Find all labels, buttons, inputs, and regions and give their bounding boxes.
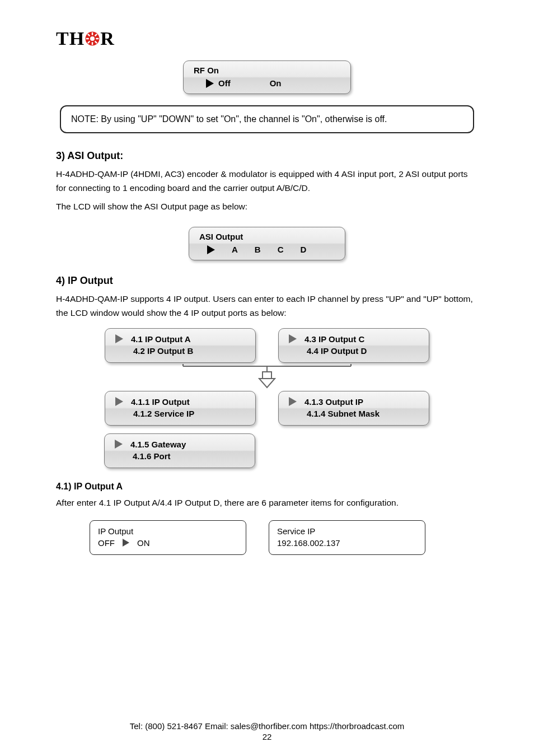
menu-item-4-1: 4.1 IP Output A [131,334,191,344]
flow-arrow-down-icon [56,364,478,389]
box-service-ip-value: 192.168.002.137 [277,538,417,548]
box-service-ip-title: Service IP [277,526,417,536]
lcd-asi-output: ASI Output A B C D [189,227,345,260]
note-box: NOTE: By using "UP" "DOWN" to set "On", … [60,105,474,133]
menu-ip-output-cd: 4.3 IP Output C 4.4 IP Output D [278,328,429,363]
play-icon [115,334,123,343]
menu-item-4-1-6: 4.1.6 Port [133,451,171,461]
ip-output-on: ON [137,538,150,548]
box-ip-output: IP Output OFF ON [90,520,246,555]
section-4-1-heading: 4.1) IP Output A [56,482,478,492]
logo-th: TH [56,28,85,49]
logo-gear-icon [84,30,101,47]
logo-r: R [100,28,115,49]
play-icon [289,334,297,343]
menu-ip-output-ab: 4.1 IP Output A 4.2 IP Output B [105,328,256,363]
section-4-para-1: H-4ADHD-QAM-IP supports 4 IP output. Use… [56,292,478,320]
footer-page-number: 22 [0,732,534,741]
section-4-1-para: After enter 4.1 IP Output A/4.4 IP Outpu… [56,496,478,510]
menu-411-412: 4.1.1 IP Output 4.1.2 Service IP [105,391,256,426]
menu-item-4-1-3: 4.1.3 Output IP [305,397,363,407]
lcd-rf-title: RF On [194,66,340,75]
menu-413-414: 4.1.3 Output IP 4.1.4 Subnet Mask [278,391,429,426]
rf-option-off: Off [218,78,231,88]
asi-opt-b: B [255,245,261,254]
menu-item-4-1-1: 4.1.1 IP Output [131,397,190,407]
asi-opt-a: A [232,245,238,254]
section-3-para-1: H-4ADHD-QAM-IP (4HDMI, AC3) encoder & mo… [56,167,478,195]
section-4-heading: 4) IP Output [56,275,478,287]
ip-output-off: OFF [98,538,115,548]
svg-point-1 [90,36,95,41]
lcd-rf-on: RF On Off On [183,60,351,94]
menu-item-4-4: 4.4 IP Output D [307,346,367,356]
svg-rect-10 [263,372,271,379]
asi-opt-c: C [278,245,284,254]
box-ip-output-title: IP Output [98,526,238,536]
page-footer: Tel: (800) 521-8467 Email: sales@thorfib… [0,721,534,741]
play-icon [206,79,214,88]
play-icon [115,440,123,449]
play-icon [123,539,129,547]
menu-item-4-3: 4.3 IP Output C [305,334,364,344]
menu-item-4-1-2: 4.1.2 Service IP [133,409,194,418]
play-icon [207,245,215,254]
menu-item-4-2: 4.2 IP Output B [133,346,193,356]
section-3-para-2: The LCD will show the ASI Output page as… [56,200,478,214]
footer-contact: Tel: (800) 521-8467 Email: sales@thorfib… [0,721,534,731]
note-text: NOTE: By using "UP" "DOWN" to set "On", … [71,114,387,124]
thor-logo: TH R [56,28,478,49]
menu-item-4-1-5: 4.1.5 Gateway [130,440,186,449]
box-service-ip: Service IP 192.168.002.137 [269,520,425,555]
rf-option-on: On [270,78,282,88]
menu-item-4-1-4: 4.1.4 Subnet Mask [307,409,380,418]
menu-415-416: 4.1.5 Gateway 4.1.6 Port [104,433,255,468]
play-icon [289,397,297,406]
play-icon [115,397,123,406]
asi-opt-d: D [301,245,307,254]
section-3-heading: 3) ASI Output: [56,150,478,162]
lcd-asi-title: ASI Output [199,232,335,241]
